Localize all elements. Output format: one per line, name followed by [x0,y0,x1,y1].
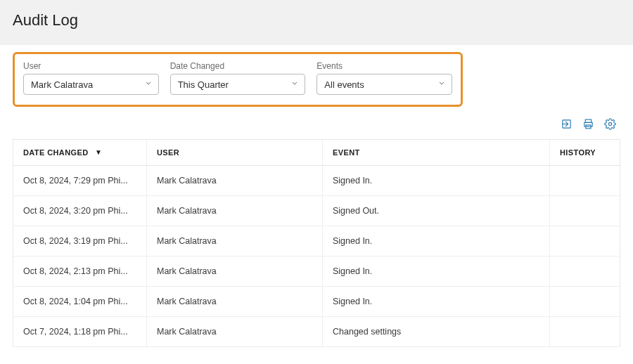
cell-event: Signed Out. [323,196,550,226]
filter-user-label: User [23,61,159,71]
col-header-date[interactable]: DATE CHANGED ▼ [13,140,147,166]
cell-user: Mark Calatrava [147,287,323,317]
cell-history [550,226,620,256]
table-header-row: DATE CHANGED ▼ USER EVENT HISTORY [13,140,620,166]
table-row: Oct 8, 2024, 1:04 pm Phi...Mark Calatrav… [13,287,620,317]
sort-desc-icon: ▼ [95,148,102,156]
cell-user: Mark Calatrava [147,317,323,347]
cell-user: Mark Calatrava [147,256,323,287]
cell-history [550,166,620,196]
audit-table: DATE CHANGED ▼ USER EVENT HISTORY Oct 8,… [13,139,620,347]
filter-user-value: Mark Calatrava [31,79,93,90]
cell-date: Oct 8, 2024, 3:20 pm Phi... [13,196,147,226]
cell-event: Changed settings [323,317,550,347]
table-row: Oct 7, 2024, 1:18 pm Phi...Mark Calatrav… [13,317,620,347]
cell-user: Mark Calatrava [147,166,323,196]
filter-date-value: This Quarter [178,79,229,90]
filter-events: Events All events [316,61,452,95]
cell-user: Mark Calatrava [147,196,323,226]
cell-date: Oct 8, 2024, 7:29 pm Phi... [13,166,147,196]
toolbar-icons [13,107,620,136]
filters-panel: User Mark Calatrava Date Changed This Qu… [13,52,463,107]
filter-date-select[interactable]: This Quarter [170,74,306,95]
cell-history [550,317,620,347]
filter-user: User Mark Calatrava [23,61,159,95]
cell-event: Signed In. [323,166,550,196]
cell-event: Signed In. [323,287,550,317]
cell-date: Oct 8, 2024, 3:19 pm Phi... [13,226,147,256]
filter-date: Date Changed This Quarter [170,61,306,95]
filter-events-select[interactable]: All events [316,74,452,95]
cell-history [550,287,620,317]
svg-rect-2 [585,119,592,122]
cell-history [550,196,620,226]
table-row: Oct 8, 2024, 2:13 pm Phi...Mark Calatrav… [13,256,620,287]
export-icon[interactable] [561,118,573,132]
filter-events-label: Events [316,61,452,71]
cell-event: Signed In. [323,226,550,256]
table-row: Oct 8, 2024, 3:19 pm Phi...Mark Calatrav… [13,226,620,256]
cell-history [550,256,620,287]
print-icon[interactable] [582,118,594,132]
chevron-down-icon [437,79,446,90]
cell-user: Mark Calatrava [147,226,323,256]
filter-events-value: All events [324,79,364,90]
filter-date-label: Date Changed [170,61,306,71]
col-header-history[interactable]: HISTORY [550,140,620,166]
main-content: User Mark Calatrava Date Changed This Qu… [0,52,633,361]
cell-date: Oct 8, 2024, 1:04 pm Phi... [13,287,147,317]
svg-point-5 [608,122,611,125]
table-row: Oct 8, 2024, 7:29 pm Phi...Mark Calatrav… [13,166,620,196]
table-row: Oct 8, 2024, 3:20 pm Phi...Mark Calatrav… [13,196,620,226]
page-title: Audit Log [13,11,620,30]
gear-icon[interactable] [604,118,616,132]
chevron-down-icon [144,79,153,90]
filter-user-select[interactable]: Mark Calatrava [23,74,159,95]
header-bar: Audit Log [0,0,633,45]
col-header-user[interactable]: USER [147,140,323,166]
cell-date: Oct 7, 2024, 1:18 pm Phi... [13,317,147,347]
col-header-date-label: DATE CHANGED [23,148,89,157]
col-header-event[interactable]: EVENT [323,140,550,166]
cell-event: Signed In. [323,256,550,287]
chevron-down-icon [290,79,299,90]
cell-date: Oct 8, 2024, 2:13 pm Phi... [13,256,147,287]
